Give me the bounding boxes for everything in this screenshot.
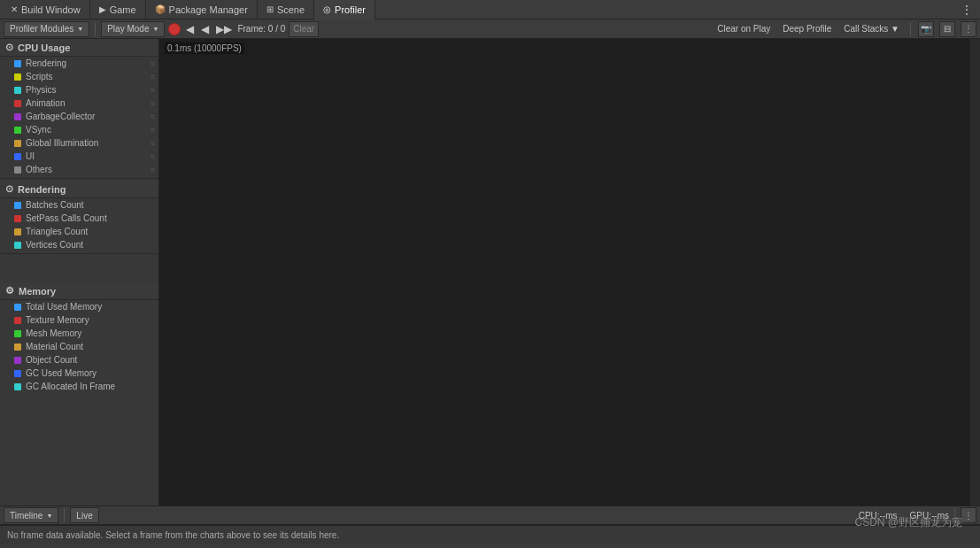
play-mode-button[interactable]: Play Mode bbox=[101, 21, 165, 37]
status-bar: No frame data available. Select a frame … bbox=[0, 525, 980, 544]
tab-package-manager[interactable]: 📦 Package Manager bbox=[146, 0, 258, 19]
sidebar-item-global-illumination[interactable]: Global Illumination≡ bbox=[0, 136, 158, 150]
color-indicator bbox=[14, 100, 21, 107]
spacer-1 bbox=[0, 256, 158, 282]
main-scrollbar[interactable] bbox=[969, 39, 980, 506]
cpu-items: Rendering≡Scripts≡Physics≡Animation≡Garb… bbox=[0, 57, 158, 176]
watermark: CSDN @野区捕龙为宠 bbox=[854, 515, 962, 530]
tab-bar: ✕ Build Window ▶ Game 📦 Package Manager … bbox=[0, 0, 980, 19]
memory-section-header[interactable]: ⚙ Memory bbox=[0, 282, 158, 300]
drag-handle: ≡ bbox=[150, 86, 155, 95]
sidebar-item-triangles-count[interactable]: Triangles Count bbox=[0, 225, 158, 238]
sidebar-item-gc-used-memory[interactable]: GC Used Memory bbox=[0, 367, 158, 380]
nav-start-button[interactable]: ◀ bbox=[199, 23, 211, 35]
chart-area: 0.1ms (10000FPS) bbox=[159, 39, 969, 506]
profiler-modules-button[interactable]: Profiler Modules bbox=[4, 21, 89, 37]
more-options-icon[interactable]: ⋮ bbox=[961, 21, 976, 37]
nav-prev-button[interactable]: ◀ bbox=[184, 23, 196, 35]
sidebar-item-total-used-memory[interactable]: Total Used Memory bbox=[0, 300, 158, 313]
screenshot-icon[interactable]: 📷 bbox=[918, 21, 934, 37]
sidebar-item-animation[interactable]: Animation≡ bbox=[0, 96, 158, 110]
sidebar-item-vsync[interactable]: VSync≡ bbox=[0, 123, 158, 136]
color-indicator bbox=[14, 215, 21, 222]
color-indicator bbox=[14, 383, 21, 390]
bottom-bar: Timeline Live CPU:--ms GPU:--ms ⋮ bbox=[0, 506, 980, 525]
fps-label: 0.1ms (10000FPS) bbox=[165, 42, 244, 54]
color-indicator bbox=[14, 87, 21, 94]
timeline-button[interactable]: Timeline bbox=[4, 507, 58, 523]
color-indicator bbox=[14, 127, 21, 134]
rendering-section-header[interactable]: ⊙ Rendering bbox=[0, 181, 158, 198]
divider-2 bbox=[0, 253, 158, 254]
sidebar-item-garbagecollector[interactable]: GarbageCollector≡ bbox=[0, 110, 158, 123]
live-button[interactable]: Live bbox=[70, 507, 98, 523]
spacer-2 bbox=[0, 393, 158, 402]
sidebar: ⊙ CPU Usage Rendering≡Scripts≡Physics≡An… bbox=[0, 39, 159, 506]
settings-icon[interactable]: ⊟ bbox=[939, 21, 955, 37]
tab-more-button[interactable]: ⋮ bbox=[955, 3, 978, 17]
drag-handle: ≡ bbox=[150, 126, 155, 135]
color-indicator bbox=[14, 370, 21, 377]
deep-profile-button[interactable]: Deep Profile bbox=[779, 23, 835, 35]
sidebar-item-others[interactable]: Others≡ bbox=[0, 163, 158, 176]
drag-handle: ≡ bbox=[150, 112, 155, 121]
sidebar-item-object-count[interactable]: Object Count bbox=[0, 353, 158, 367]
build-window-icon: ✕ bbox=[11, 4, 18, 14]
bottom-more-icon[interactable]: ⋮ bbox=[961, 507, 976, 523]
color-indicator bbox=[14, 317, 21, 324]
drag-handle: ≡ bbox=[150, 59, 155, 68]
sidebar-item-material-count[interactable]: Material Count bbox=[0, 340, 158, 353]
clear-button[interactable]: Clear bbox=[289, 21, 319, 37]
rendering-icon: ⊙ bbox=[5, 183, 13, 195]
drag-handle: ≡ bbox=[150, 73, 155, 81]
color-indicator bbox=[14, 343, 21, 351]
toolbar-sep-2 bbox=[910, 22, 911, 36]
drag-handle: ≡ bbox=[150, 139, 155, 148]
drag-handle: ≡ bbox=[150, 152, 155, 161]
tab-build-window[interactable]: ✕ Build Window bbox=[2, 0, 90, 19]
toolbar-sep-1 bbox=[95, 22, 96, 36]
drag-handle: ≡ bbox=[150, 99, 155, 108]
color-indicator bbox=[14, 304, 21, 311]
sidebar-item-ui[interactable]: UI≡ bbox=[0, 150, 158, 163]
color-indicator bbox=[14, 202, 21, 209]
divider-1 bbox=[0, 178, 158, 179]
color-indicator bbox=[14, 140, 21, 147]
sidebar-item-mesh-memory[interactable]: Mesh Memory bbox=[0, 327, 158, 340]
color-indicator bbox=[14, 60, 21, 67]
nav-skip-button[interactable]: ▶▶ bbox=[214, 23, 234, 35]
tab-game[interactable]: ▶ Game bbox=[90, 0, 146, 19]
color-indicator bbox=[14, 228, 21, 235]
color-indicator bbox=[14, 330, 21, 337]
package-manager-icon: 📦 bbox=[155, 4, 166, 14]
drag-handle: ≡ bbox=[150, 166, 155, 174]
color-indicator bbox=[14, 73, 21, 81]
color-indicator bbox=[14, 153, 21, 160]
memory-items: Total Used MemoryTexture MemoryMesh Memo… bbox=[0, 300, 158, 393]
sidebar-item-gc-allocated-in-frame[interactable]: GC Allocated In Frame bbox=[0, 380, 158, 393]
scene-icon: ⊞ bbox=[266, 4, 274, 14]
cpu-section-header[interactable]: ⊙ CPU Usage bbox=[0, 39, 158, 57]
sidebar-item-batches-count[interactable]: Batches Count bbox=[0, 198, 158, 212]
main-layout: ⊙ CPU Usage Rendering≡Scripts≡Physics≡An… bbox=[0, 39, 980, 506]
color-indicator bbox=[14, 166, 21, 174]
profiler-icon: ◎ bbox=[323, 4, 331, 14]
sidebar-item-setpass-calls-count[interactable]: SetPass Calls Count bbox=[0, 212, 158, 225]
color-indicator bbox=[14, 113, 21, 120]
sidebar-item-vertices-count[interactable]: Vertices Count bbox=[0, 238, 158, 251]
sidebar-item-texture-memory[interactable]: Texture Memory bbox=[0, 313, 158, 327]
call-stacks-button[interactable]: Call Stacks ▼ bbox=[840, 23, 903, 35]
color-indicator bbox=[14, 357, 21, 364]
clear-on-play-button[interactable]: Clear on Play bbox=[714, 23, 774, 35]
profiler-toolbar: Profiler Modules Play Mode ◀ ◀ ▶▶ Frame:… bbox=[0, 19, 980, 39]
cpu-icon: ⊙ bbox=[5, 42, 13, 53]
sidebar-item-scripts[interactable]: Scripts≡ bbox=[0, 70, 158, 83]
color-indicator bbox=[14, 242, 21, 249]
tab-scene[interactable]: ⊞ Scene bbox=[258, 0, 314, 19]
sidebar-item-physics[interactable]: Physics≡ bbox=[0, 83, 158, 96]
sidebar-item-rendering[interactable]: Rendering≡ bbox=[0, 57, 158, 70]
record-button[interactable] bbox=[168, 23, 181, 35]
bottom-sep bbox=[64, 508, 65, 522]
tab-profiler[interactable]: ◎ Profiler bbox=[314, 0, 375, 19]
game-icon: ▶ bbox=[99, 4, 106, 14]
